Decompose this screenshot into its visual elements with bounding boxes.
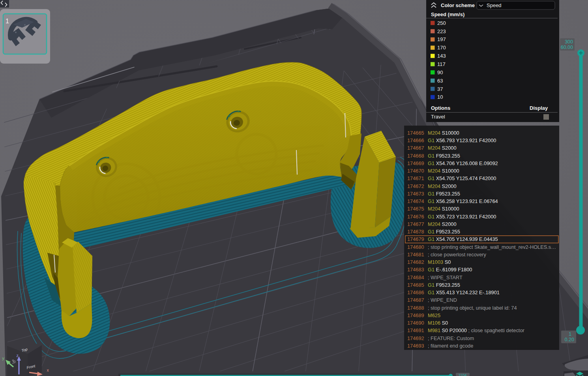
svg-text:174667M204 S2000: 174667M204 S2000 bbox=[407, 145, 457, 151]
svg-text:Speed (mm/s): Speed (mm/s) bbox=[431, 11, 464, 17]
svg-text:1: 1 bbox=[569, 331, 571, 337]
svg-text:Color scheme: Color scheme bbox=[441, 2, 475, 8]
svg-text:174668G1 F9523.255: 174668G1 F9523.255 bbox=[407, 153, 460, 159]
svg-text:174673G1 F9523.255: 174673G1 F9523.255 bbox=[407, 191, 460, 197]
svg-text:37: 37 bbox=[437, 86, 443, 92]
svg-text:60.00: 60.00 bbox=[561, 45, 573, 50]
svg-text:90: 90 bbox=[437, 70, 443, 75]
svg-text:174687; WIPE_END: 174687; WIPE_END bbox=[407, 297, 457, 303]
svg-text:174685G1 F9523.255: 174685G1 F9523.255 bbox=[407, 282, 460, 288]
svg-text:174677M204 S2000: 174677M204 S2000 bbox=[407, 221, 457, 227]
svg-text:174686G1 X55.413 Y124.232 E-.1: 174686G1 X55.413 Y124.232 E-.18901 bbox=[407, 290, 500, 295]
svg-text:174669G1 X54.706 Y126.008 E.09: 174669G1 X54.706 Y126.008 E.09092 bbox=[407, 160, 498, 166]
svg-text:300: 300 bbox=[565, 39, 573, 45]
svg-text:1: 1 bbox=[6, 18, 9, 24]
svg-text:10: 10 bbox=[437, 94, 443, 100]
svg-text:174692; FEATURE: Custom: 174692; FEATURE: Custom bbox=[407, 335, 474, 341]
svg-text:170: 170 bbox=[437, 45, 446, 51]
svg-text:174682M1003 S0: 174682M1003 S0 bbox=[407, 259, 451, 265]
svg-text:174693; filament end gcode: 174693; filament end gcode bbox=[407, 343, 473, 349]
svg-text:0.20: 0.20 bbox=[565, 337, 574, 342]
svg-text:174678G1 F9523.255: 174678G1 F9523.255 bbox=[407, 229, 460, 235]
svg-text:174680; stop printing object S: 174680; stop printing object Skate_wall_… bbox=[407, 244, 556, 250]
svg-text:174689M625: 174689M625 bbox=[407, 312, 440, 318]
svg-text:174688; stop printing object,: 174688; stop printing object, unique lab… bbox=[407, 305, 517, 311]
svg-text:223: 223 bbox=[437, 28, 446, 34]
svg-text:174690M106 S0: 174690M106 S0 bbox=[407, 320, 448, 326]
svg-text:x: x bbox=[47, 368, 49, 372]
svg-text:174675M204 S10000: 174675M204 S10000 bbox=[407, 206, 459, 212]
svg-text:63: 63 bbox=[437, 78, 443, 84]
svg-text:174684; WIPE_START: 174684; WIPE_START bbox=[407, 274, 463, 280]
svg-text:Options: Options bbox=[431, 105, 450, 111]
svg-text:Display: Display bbox=[530, 105, 548, 111]
svg-text:174671G1 X54.705 Y125.474 F420: 174671G1 X54.705 Y125.474 F42000 bbox=[407, 175, 496, 181]
svg-text:174665M204 S10000: 174665M204 S10000 bbox=[407, 130, 459, 136]
svg-text:Speed: Speed bbox=[487, 2, 502, 8]
svg-text:117: 117 bbox=[437, 61, 446, 67]
svg-text:174676G1 X55.723 Y123.921 F420: 174676G1 X55.723 Y123.921 F42000 bbox=[407, 214, 496, 220]
svg-text:197: 197 bbox=[437, 36, 446, 42]
svg-text:174679G1 X54.705 Y124.939 E.04: 174679G1 X54.705 Y124.939 E.04435 bbox=[407, 236, 498, 242]
svg-text:174666G1 X56.793 Y123.921 F420: 174666G1 X56.793 Y123.921 F42000 bbox=[407, 137, 496, 143]
svg-text:174683G1 E-.61099 F1800: 174683G1 E-.61099 F1800 bbox=[407, 267, 472, 273]
svg-text:z: z bbox=[16, 353, 18, 358]
svg-text:Travel: Travel bbox=[431, 114, 445, 120]
svg-text:1104: 1104 bbox=[459, 373, 466, 376]
svg-text:174674G1 X56.258 Y123.921 E.06: 174674G1 X56.258 Y123.921 E.06764 bbox=[407, 198, 498, 204]
svg-text:250: 250 bbox=[437, 20, 446, 26]
svg-text:y: y bbox=[2, 356, 4, 361]
svg-text:174670M204 S10000: 174670M204 S10000 bbox=[407, 168, 459, 174]
svg-text:174681; close powerlost recove: 174681; close powerlost recovery bbox=[407, 252, 487, 258]
svg-text:143: 143 bbox=[437, 53, 446, 59]
svg-text:174672M204 S2000: 174672M204 S2000 bbox=[407, 183, 457, 189]
